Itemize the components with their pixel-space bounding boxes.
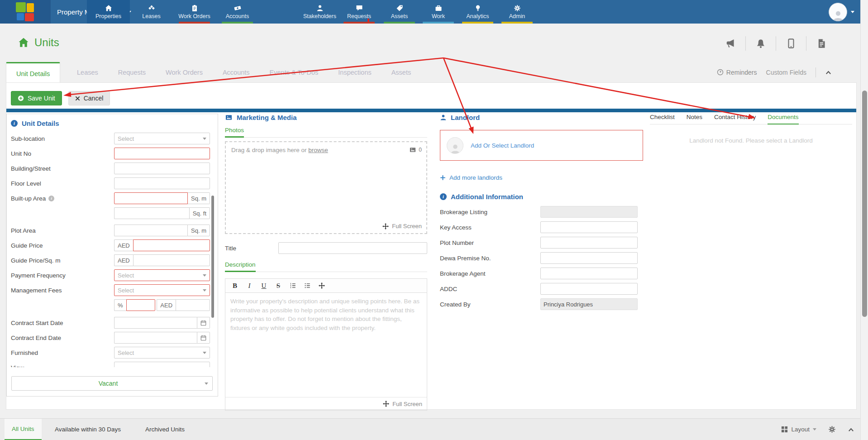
nav-item-analytics[interactable]: Analytics bbox=[456, 0, 499, 24]
form-scrollbar-thumb[interactable] bbox=[211, 196, 214, 318]
view-input[interactable] bbox=[114, 362, 210, 367]
management-fee-amount-input[interactable] bbox=[176, 299, 210, 311]
section-title: Landlord bbox=[451, 114, 480, 121]
image-count-badge[interactable]: 0 bbox=[409, 147, 422, 153]
document-icon[interactable] bbox=[806, 38, 836, 48]
app-logo[interactable] bbox=[0, 0, 51, 24]
calendar-icon[interactable] bbox=[197, 317, 210, 329]
mobile-icon[interactable] bbox=[776, 38, 806, 48]
x-icon bbox=[75, 96, 80, 101]
description-full-screen-button[interactable]: Full Screen bbox=[383, 401, 422, 407]
percent-addon: % bbox=[114, 299, 126, 311]
unit-details-panel: Save Unit Cancel i Unit Details Sub-loca… bbox=[6, 82, 857, 410]
addc-input[interactable] bbox=[540, 283, 638, 295]
landlord-side-panel: Checklist Notes Contact History Document… bbox=[650, 114, 852, 144]
plot-area-input[interactable] bbox=[114, 225, 187, 236]
management-fees-select[interactable]: Select bbox=[114, 284, 210, 296]
listing-title-input[interactable] bbox=[278, 242, 427, 254]
side-tab-notes[interactable]: Notes bbox=[687, 114, 702, 120]
tab-inspections[interactable]: Inspections bbox=[328, 69, 381, 76]
nav-item-work-orders[interactable]: Work Orders bbox=[173, 0, 216, 24]
move-icon[interactable] bbox=[315, 280, 329, 291]
tab-accounts[interactable]: Accounts bbox=[213, 69, 260, 76]
bottom-tab-all-units[interactable]: All Units bbox=[5, 419, 42, 440]
reminders-button[interactable]: Reminders bbox=[717, 69, 757, 76]
description-textarea[interactable]: Write your property's description and un… bbox=[225, 293, 427, 397]
nav-item-admin[interactable]: Admin bbox=[496, 0, 539, 24]
editor-toolbar: B I U S bbox=[225, 279, 427, 293]
side-tab-checklist[interactable]: Checklist bbox=[650, 114, 675, 120]
bell-icon[interactable] bbox=[746, 38, 776, 48]
sub-location-select[interactable]: Select bbox=[114, 133, 210, 144]
payment-frequency-select[interactable]: Select bbox=[114, 269, 210, 281]
unit-no-input[interactable] bbox=[114, 148, 210, 159]
key-access-input[interactable] bbox=[540, 221, 638, 233]
photos-full-screen-button[interactable]: Full Screen bbox=[382, 223, 422, 230]
browse-link[interactable]: browse bbox=[308, 147, 328, 153]
ordered-list-button[interactable] bbox=[286, 280, 300, 291]
dewa-premise-no-input[interactable] bbox=[540, 252, 638, 264]
cancel-button[interactable]: Cancel bbox=[68, 91, 110, 105]
home-icon bbox=[105, 5, 112, 12]
empty-state-message: Landlord not Found. Please select a Land… bbox=[650, 137, 852, 144]
photo-dropzone[interactable]: Drag & drop images here or browse 0 Full… bbox=[225, 141, 427, 234]
page-scrollbar[interactable] bbox=[860, 0, 868, 440]
divider bbox=[225, 137, 427, 138]
furnished-select[interactable]: Select bbox=[114, 347, 210, 359]
side-tab-contact-history[interactable]: Contact History bbox=[714, 114, 756, 120]
layout-select[interactable]: Layout bbox=[781, 426, 816, 433]
add-more-landlords-link[interactable]: Add more landlords bbox=[440, 174, 643, 181]
user-avatar-menu[interactable] bbox=[829, 3, 854, 21]
tab-leases[interactable]: Leases bbox=[67, 69, 108, 76]
unordered-list-button[interactable] bbox=[300, 280, 314, 291]
divider bbox=[816, 67, 816, 77]
nav-item-leases[interactable]: Leases bbox=[130, 0, 173, 24]
occupancy-status-select[interactable]: Vacant bbox=[11, 376, 213, 391]
nav-item-requests[interactable]: Requests bbox=[338, 0, 381, 24]
side-tab-documents[interactable]: Documents bbox=[768, 114, 798, 120]
currency-addon: AED bbox=[114, 254, 133, 266]
tab-events-todos[interactable]: Events & To-Dos bbox=[260, 69, 329, 76]
management-fee-percent-input[interactable] bbox=[126, 299, 155, 311]
italic-button[interactable]: I bbox=[243, 280, 256, 291]
add-or-select-landlord-button[interactable]: Add Or Select Landlord bbox=[440, 130, 643, 161]
nav-item-properties[interactable]: Properties bbox=[87, 0, 130, 24]
bottom-tab-archived-units[interactable]: Archived Units bbox=[138, 419, 192, 440]
currency-addon: AED bbox=[114, 239, 133, 251]
tag-icon bbox=[396, 5, 403, 12]
built-up-area-sqm-input[interactable] bbox=[114, 192, 188, 204]
tab-unit-details[interactable]: Unit Details bbox=[6, 62, 60, 84]
tab-assets[interactable]: Assets bbox=[382, 69, 421, 76]
guide-price-sqm-input[interactable] bbox=[133, 254, 210, 266]
building-street-input[interactable] bbox=[114, 163, 210, 174]
tab-requests[interactable]: Requests bbox=[108, 69, 156, 76]
built-up-area-sqft-input[interactable] bbox=[114, 207, 189, 219]
collapse-chevron-up-icon[interactable] bbox=[825, 70, 832, 75]
guide-price-input[interactable] bbox=[133, 239, 210, 251]
nav-item-stakeholders[interactable]: Stakeholders bbox=[298, 0, 341, 24]
nav-item-assets[interactable]: Assets bbox=[378, 0, 421, 24]
contract-end-date-input[interactable] bbox=[114, 332, 197, 344]
bottom-tab-available-30-days[interactable]: Available within 30 Days bbox=[48, 419, 128, 440]
nav-item-work[interactable]: Work bbox=[417, 0, 460, 24]
brokerage-agent-input[interactable] bbox=[540, 268, 638, 279]
page-scrollbar-thumb[interactable] bbox=[862, 91, 867, 317]
calendar-icon[interactable] bbox=[197, 332, 210, 344]
unit-tab-bar: Unit Details Leases Requests Work Orders… bbox=[6, 62, 857, 82]
plot-number-input[interactable] bbox=[540, 237, 638, 249]
custom-fields-button[interactable]: Custom Fields bbox=[766, 69, 806, 76]
nav-item-accounts[interactable]: Accounts bbox=[216, 0, 259, 24]
contract-start-date-input[interactable] bbox=[114, 317, 197, 329]
tab-work-orders[interactable]: Work Orders bbox=[156, 69, 213, 76]
bold-button[interactable]: B bbox=[228, 280, 242, 291]
description-tab[interactable]: Description bbox=[225, 261, 256, 272]
strikethrough-button[interactable]: S bbox=[272, 280, 285, 291]
underline-button[interactable]: U bbox=[257, 280, 271, 291]
photos-tab[interactable]: Photos bbox=[225, 127, 244, 138]
settings-gear-icon[interactable] bbox=[828, 426, 836, 433]
floor-level-input[interactable] bbox=[114, 177, 210, 189]
person-icon bbox=[440, 114, 447, 121]
megaphone-icon[interactable] bbox=[715, 38, 745, 48]
save-unit-button[interactable]: Save Unit bbox=[11, 91, 62, 105]
collapse-chevron-up-icon[interactable] bbox=[848, 427, 854, 432]
